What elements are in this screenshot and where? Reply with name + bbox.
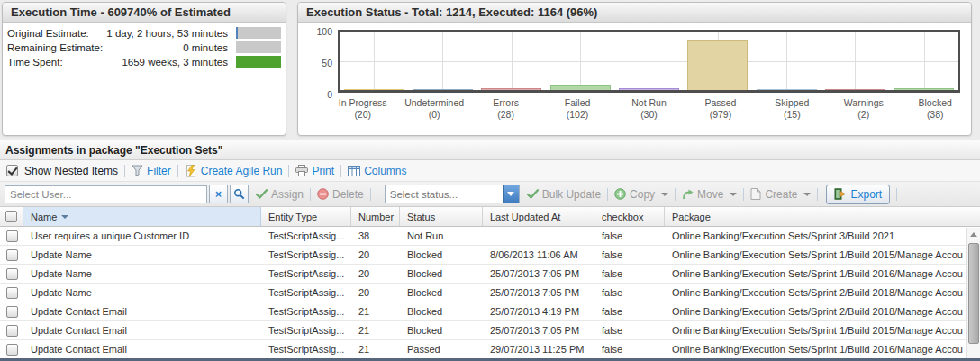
- create-agile-run-label: Create Agile Run: [201, 165, 283, 177]
- chart-label-undetermined: Undetermined(0): [398, 97, 469, 121]
- chart-bars: [340, 32, 958, 90]
- separator: [177, 165, 178, 177]
- table-row[interactable]: User requires a unique Customer IDTestSc…: [0, 227, 980, 246]
- chart-label-failed: Failed(102): [541, 97, 612, 121]
- cell-name: Update Name: [23, 249, 261, 260]
- chart-label-in-progress: In Progress(20): [327, 97, 398, 121]
- row-checkbox[interactable]: [6, 287, 18, 299]
- row-checkbox[interactable]: [6, 268, 18, 280]
- delete-label: Delete: [332, 188, 364, 201]
- caret-down-icon: [730, 193, 737, 196]
- execution-status-chart: 100 50 0: [309, 30, 960, 93]
- copy-button[interactable]: Copy: [614, 188, 668, 201]
- column-header-status[interactable]: Status: [400, 207, 483, 226]
- chart-cell-not-run: [614, 32, 683, 90]
- cell-entity-type: TestScriptAssig...: [261, 230, 351, 241]
- table-row[interactable]: Update NameTestScriptAssig...20Blocked8/…: [0, 246, 980, 265]
- y-tick-50: 50: [309, 58, 332, 68]
- show-nested-checkbox[interactable]: [6, 165, 18, 176]
- columns-grid-icon: [348, 166, 360, 176]
- export-button[interactable]: Export: [826, 185, 890, 204]
- column-header-name[interactable]: Name: [23, 207, 261, 226]
- cell-checkbox-value: false: [594, 249, 665, 260]
- row-checkbox[interactable]: [6, 230, 18, 242]
- select-status-dropdown[interactable]: Select status...: [385, 185, 520, 203]
- create-button[interactable]: Create: [750, 188, 811, 201]
- assign-button[interactable]: Assign: [256, 188, 304, 201]
- cell-name: Update Name: [23, 287, 261, 298]
- delete-button[interactable]: Delete: [317, 188, 364, 201]
- bar-skipped: [757, 89, 817, 90]
- table-row[interactable]: Update Contact EmailTestScriptAssig...21…: [0, 302, 980, 321]
- bar-blocked: [894, 88, 954, 90]
- header-select-all-cell: [0, 207, 23, 226]
- filter-button[interactable]: Filter: [132, 165, 171, 177]
- cell-number: 20: [351, 249, 400, 260]
- clear-user-button[interactable]: ×: [209, 185, 228, 203]
- separator: [896, 188, 897, 201]
- cell-status: Blocked: [400, 325, 483, 336]
- magnifier-icon: [233, 188, 245, 200]
- cell-package: Online Banking/Execution Sets/Sprint 1/B…: [665, 344, 980, 355]
- column-header-entity-type[interactable]: Entity Type: [261, 207, 351, 226]
- table-row[interactable]: Update Contact EmailTestScriptAssig...21…: [0, 340, 980, 359]
- row-checkbox-cell: [0, 268, 23, 280]
- row-checkbox-cell: [0, 306, 23, 318]
- column-header-number[interactable]: Number: [351, 207, 400, 226]
- select-status-value: Select status...: [386, 189, 503, 200]
- table-body: User requires a unique Customer IDTestSc…: [0, 227, 980, 359]
- bulk-update-button[interactable]: Bulk Update: [527, 188, 601, 201]
- table-row[interactable]: Update NameTestScriptAssig...20Blocked25…: [0, 265, 980, 284]
- move-button[interactable]: Move: [682, 188, 737, 201]
- cell-checkbox-value: false: [594, 230, 665, 241]
- cell-entity-type: TestScriptAssig...: [261, 268, 351, 279]
- column-header-package[interactable]: Package: [665, 207, 980, 226]
- search-user-button[interactable]: [230, 185, 249, 203]
- column-header-last-updated[interactable]: Last Updated At: [483, 207, 594, 226]
- row-checkbox-cell: [0, 287, 23, 299]
- cell-number: 21: [351, 306, 400, 317]
- bar-not-run: [619, 88, 679, 90]
- cell-number: 21: [351, 325, 400, 336]
- column-header-checkbox[interactable]: checkbox: [594, 207, 665, 226]
- cell-checkbox-value: false: [594, 287, 665, 298]
- print-button[interactable]: Print: [295, 165, 334, 177]
- assign-label: Assign: [271, 188, 304, 201]
- original-estimate-bar: [236, 27, 281, 39]
- cell-name: Update Contact Email: [23, 325, 261, 336]
- assignments-table: Name Entity Type Number Status Last Upda…: [0, 207, 980, 359]
- row-checkbox-cell: [0, 230, 23, 242]
- cell-package: Online Banking/Execution Sets/Sprint 3/B…: [665, 230, 980, 241]
- original-estimate-value: 1 day, 2 hours, 53 minutes: [106, 28, 236, 39]
- cell-number: 20: [351, 287, 400, 298]
- chart-label-warnings: Warnings(2): [828, 97, 899, 121]
- bar-in-progress: [344, 89, 404, 90]
- original-estimate-row: Original Estimate: 1 day, 2 hours, 53 mi…: [7, 26, 281, 40]
- row-checkbox-cell: [0, 344, 23, 356]
- row-checkbox-cell: [0, 325, 23, 337]
- select-user-input[interactable]: [5, 185, 207, 203]
- scrollbar-up-button[interactable]: [967, 228, 980, 241]
- scrollbar-thumb[interactable]: [968, 243, 979, 344]
- filter-label: Filter: [147, 165, 171, 177]
- separator: [340, 165, 341, 177]
- chart-label-skipped: Skipped(15): [757, 97, 828, 121]
- create-agile-run-button[interactable]: Create Agile Run: [185, 165, 283, 177]
- cell-status: Blocked: [400, 306, 483, 317]
- columns-button[interactable]: Columns: [348, 165, 406, 177]
- separator: [124, 165, 125, 177]
- select-all-checkbox[interactable]: [5, 211, 17, 222]
- columns-label: Columns: [364, 165, 406, 177]
- vertical-scrollbar[interactable]: [966, 228, 980, 359]
- cell-last-updated: 8/06/2013 11:06 AM: [483, 249, 594, 260]
- bar-warnings: [825, 89, 885, 90]
- page-icon: [750, 188, 761, 200]
- row-checkbox[interactable]: [6, 344, 18, 356]
- row-checkbox[interactable]: [6, 249, 18, 261]
- triangle-up-icon: [970, 232, 977, 237]
- table-row[interactable]: Update Contact EmailTestScriptAssig...21…: [0, 321, 980, 340]
- chart-cell-warnings: [821, 32, 889, 90]
- row-checkbox[interactable]: [6, 306, 18, 318]
- row-checkbox[interactable]: [6, 325, 18, 337]
- table-row[interactable]: Update NameTestScriptAssig...20Blocked25…: [0, 284, 980, 302]
